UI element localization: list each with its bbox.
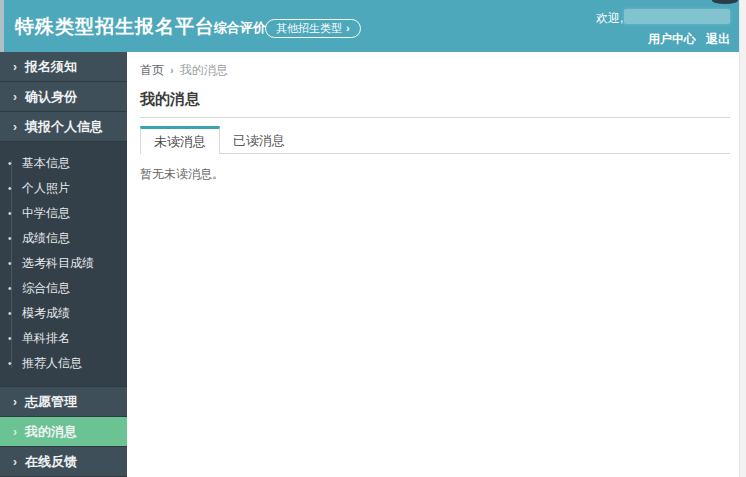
user-center-link[interactable]: 用户中心 xyxy=(648,32,696,46)
sidebar-item-label: 我的消息 xyxy=(25,424,77,439)
app-window: 特殊类型招生报名平台 综合评价 其他招生类型› 欢迎, 用户中心退出 ›报名须知… xyxy=(0,0,746,477)
header-links: 用户中心退出 xyxy=(648,31,730,48)
header-left-strip xyxy=(0,0,4,52)
title-divider xyxy=(140,117,730,118)
bullet-icon: • xyxy=(8,251,12,276)
sidebar-item-volunteer-management[interactable]: ›志愿管理 xyxy=(0,387,127,417)
bullet-icon: • xyxy=(8,201,12,226)
sidebar-item-label: 成绩信息 xyxy=(22,231,70,245)
chevron-right-icon: › xyxy=(13,395,17,409)
sidebar-item-school-info[interactable]: •中学信息 xyxy=(0,201,127,226)
sidebar-item-online-feedback[interactable]: ›在线反馈 xyxy=(0,447,127,477)
sidebar-item-label: 基本信息 xyxy=(22,156,70,170)
bullet-icon: • xyxy=(8,351,12,376)
sidebar-item-subject-ranking[interactable]: •单科排名 xyxy=(0,326,127,351)
app-title: 特殊类型招生报名平台 xyxy=(15,14,215,40)
sidebar-item-my-messages[interactable]: ›我的消息 xyxy=(0,417,127,447)
sidebar-item-label: 填报个人信息 xyxy=(25,119,103,134)
chevron-right-icon: › xyxy=(13,60,17,74)
sidebar-subgroup-personal-info: •基本信息 •个人照片 •中学信息 •成绩信息 •选考科目成绩 •综合信息 •模… xyxy=(0,142,127,387)
sidebar-item-mock-exam-scores[interactable]: •模考成绩 xyxy=(0,301,127,326)
sidebar-item-label: 报名须知 xyxy=(25,59,77,74)
app-subtitle: 综合评价 xyxy=(214,19,266,37)
cursor-artifact xyxy=(712,0,738,4)
chevron-right-icon: › xyxy=(13,425,17,439)
sidebar-item-score-info[interactable]: •成绩信息 xyxy=(0,226,127,251)
sidebar-item-label: 单科排名 xyxy=(22,331,70,345)
logout-link[interactable]: 退出 xyxy=(706,32,730,46)
sidebar-item-identity[interactable]: ›确认身份 xyxy=(0,82,127,112)
message-tabs: 未读消息 已读消息 xyxy=(140,126,730,154)
sidebar-item-label: 选考科目成绩 xyxy=(22,256,94,270)
sidebar-item-personal-info[interactable]: ›填报个人信息 xyxy=(0,112,127,142)
bullet-icon: • xyxy=(8,326,12,351)
sidebar-item-label: 在线反馈 xyxy=(25,454,77,469)
tab-read-messages[interactable]: 已读消息 xyxy=(220,128,298,153)
welcome-label: 欢迎, xyxy=(596,10,623,27)
sidebar-item-comprehensive-info[interactable]: •综合信息 xyxy=(0,276,127,301)
sidebar-item-label: 推荐人信息 xyxy=(22,356,82,370)
header-bar: 特殊类型招生报名平台 综合评价 其他招生类型› 欢迎, 用户中心退出 xyxy=(0,0,739,52)
breadcrumb-separator: › xyxy=(170,64,174,76)
bullet-icon: • xyxy=(8,301,12,326)
empty-messages-text: 暂无未读消息。 xyxy=(140,166,730,183)
sidebar-item-elective-subject-scores[interactable]: •选考科目成绩 xyxy=(0,251,127,276)
scrollbar-track[interactable] xyxy=(739,0,746,477)
bullet-icon: • xyxy=(8,276,12,301)
bullet-icon: • xyxy=(8,176,12,201)
breadcrumb: 首页›我的消息 xyxy=(140,63,730,81)
sidebar-item-notice[interactable]: ›报名须知 xyxy=(0,52,127,82)
sidebar-item-referrer-info[interactable]: •推荐人信息 xyxy=(0,351,127,376)
sidebar-item-basic-info[interactable]: •基本信息 xyxy=(0,151,127,176)
sidebar-item-label: 志愿管理 xyxy=(25,394,77,409)
main-content: 首页›我的消息 我的消息 未读消息 已读消息 暂无未读消息。 xyxy=(127,52,739,477)
sidebar-item-label: 中学信息 xyxy=(22,206,70,220)
bullet-icon: • xyxy=(8,151,12,176)
breadcrumb-current: 我的消息 xyxy=(180,63,228,77)
breadcrumb-home[interactable]: 首页 xyxy=(140,63,164,77)
tab-unread-messages[interactable]: 未读消息 xyxy=(140,126,220,154)
chevron-right-icon: › xyxy=(346,22,350,34)
page-title: 我的消息 xyxy=(140,90,730,109)
username-redacted xyxy=(624,9,730,24)
bullet-icon: • xyxy=(8,226,12,251)
sidebar-nav: ›报名须知 ›确认身份 ›填报个人信息 •基本信息 •个人照片 •中学信息 •成… xyxy=(0,52,127,477)
sidebar-item-label: 综合信息 xyxy=(22,281,70,295)
other-types-label: 其他招生类型 xyxy=(276,22,342,34)
chevron-right-icon: › xyxy=(13,120,17,134)
other-enrollment-types-button[interactable]: 其他招生类型› xyxy=(265,19,361,38)
sidebar-item-label: 确认身份 xyxy=(25,89,77,104)
sidebar-item-label: 模考成绩 xyxy=(22,306,70,320)
sidebar-item-photo[interactable]: •个人照片 xyxy=(0,176,127,201)
sidebar-item-label: 个人照片 xyxy=(22,181,70,195)
chevron-right-icon: › xyxy=(13,455,17,469)
chevron-right-icon: › xyxy=(13,90,17,104)
